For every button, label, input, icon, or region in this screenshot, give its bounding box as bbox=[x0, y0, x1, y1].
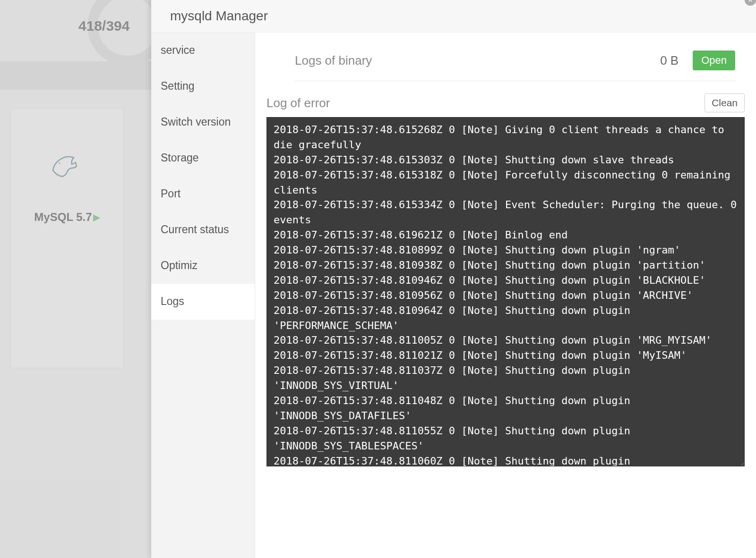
error-log-label: Log of error bbox=[266, 96, 704, 110]
sidebar-item-port[interactable]: Port bbox=[151, 176, 255, 212]
binary-log-label: Logs of binary bbox=[295, 53, 660, 68]
sidebar-item-storage[interactable]: Storage bbox=[151, 140, 255, 176]
sidebar-item-current-status[interactable]: Current status bbox=[151, 212, 255, 248]
main-panel: Logs of binary 0 B Open Log of error Cle… bbox=[255, 33, 756, 558]
modal-header: mysqld Manager × bbox=[151, 0, 756, 33]
close-button[interactable]: × bbox=[745, 0, 756, 6]
binary-log-size: 0 B bbox=[660, 53, 679, 68]
mysqld-manager-modal: mysqld Manager × serviceSettingSwitch ve… bbox=[151, 0, 756, 558]
error-log-header: Log of error Clean bbox=[266, 81, 745, 117]
sidebar-item-switch-version[interactable]: Switch version bbox=[151, 104, 255, 140]
sidebar: serviceSettingSwitch versionStoragePortC… bbox=[151, 33, 255, 558]
sidebar-item-setting[interactable]: Setting bbox=[151, 68, 255, 104]
binary-log-row: Logs of binary 0 B Open bbox=[295, 42, 735, 81]
sidebar-item-optimiz[interactable]: Optimiz bbox=[151, 248, 255, 284]
sidebar-item-service[interactable]: service bbox=[151, 33, 255, 68]
sidebar-item-logs[interactable]: Logs bbox=[151, 284, 255, 320]
clean-button[interactable]: Clean bbox=[704, 93, 745, 112]
modal-title: mysqld Manager bbox=[170, 8, 268, 23]
error-log-textarea[interactable]: 2018-07-26T15:37:48.615268Z 0 [Note] Giv… bbox=[266, 117, 745, 466]
open-button[interactable]: Open bbox=[693, 51, 735, 70]
